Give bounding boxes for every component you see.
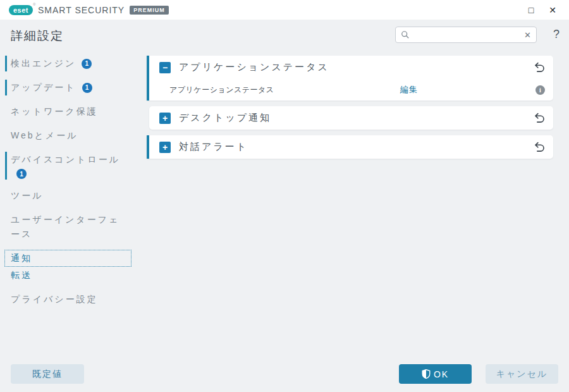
sidebar-item-update[interactable]: アップデート 1 — [5, 80, 131, 95]
page-title: 詳細設定 — [11, 28, 64, 44]
setting-label: アプリケーションステータス — [169, 85, 400, 95]
sidebar-item-tools[interactable]: ツール — [5, 188, 131, 204]
settings-sidebar: 検出エンジン 1 アップデート 1 ネットワーク保護 Webとメール デバイスコ… — [0, 56, 131, 364]
titlebar[interactable]: eset ® SMART SECURITY PREMIUM □ ✕ — [0, 0, 569, 20]
close-button[interactable]: ✕ — [544, 3, 561, 18]
edit-link[interactable]: 編集 — [400, 84, 418, 95]
sidebar-item-web-and-email[interactable]: Webとメール — [5, 128, 131, 144]
attention-badge: 1 — [82, 83, 92, 93]
sidebar-item-network-protection[interactable]: ネットワーク保護 — [5, 104, 131, 119]
settings-body: 検出エンジン 1 アップデート 1 ネットワーク保護 Webとメール デバイスコ… — [0, 52, 569, 364]
ok-button[interactable]: OK — [399, 364, 472, 384]
section-desktop-notifications: + デスクトップ通知 — [149, 106, 553, 130]
section-header-desktop-notifications[interactable]: + デスクトップ通知 — [149, 106, 553, 130]
section-title: デスクトップ通知 — [179, 112, 271, 124]
eset-logo-text: eset — [13, 6, 28, 14]
sidebar-item-notifications[interactable]: 通知 — [5, 250, 131, 266]
expand-icon[interactable]: + — [159, 113, 171, 124]
section-interactive-alerts: + 対話アラート — [147, 135, 553, 159]
revert-to-default-button[interactable] — [534, 62, 545, 73]
settings-panel: − アプリケーションステータス アプリケーションステータス 編集 i — [147, 56, 553, 364]
premium-badge: PREMIUM — [130, 6, 169, 15]
footer: 既定値 OK キャンセル — [0, 364, 569, 392]
section-header-interactive-alerts[interactable]: + 対話アラート — [149, 135, 553, 159]
maximize-button[interactable]: □ — [522, 3, 540, 18]
section-title: アプリケーションステータス — [179, 61, 329, 73]
defaults-button[interactable]: 既定値 — [11, 364, 84, 384]
revert-to-default-button[interactable] — [534, 113, 545, 123]
revert-icon — [534, 62, 545, 73]
revert-to-default-button[interactable] — [534, 142, 545, 152]
section-header-application-statuses[interactable]: − アプリケーションステータス — [149, 56, 553, 79]
window-controls: □ ✕ — [522, 3, 561, 18]
registered-mark: ® — [33, 3, 36, 6]
setting-row-application-statuses: アプリケーションステータス 編集 i — [149, 79, 553, 101]
shield-icon — [422, 369, 431, 379]
product-name: SMART SECURITY — [38, 5, 125, 15]
eset-settings-window: eset ® SMART SECURITY PREMIUM □ ✕ 詳細設定 ✕… — [0, 0, 569, 392]
attention-badge: 1 — [82, 59, 92, 69]
search-input[interactable] — [413, 30, 520, 40]
cancel-button[interactable]: キャンセル — [486, 364, 558, 384]
sidebar-item-privacy-settings[interactable]: プライバシー設定 — [5, 291, 131, 307]
footer-actions: OK キャンセル — [399, 364, 558, 384]
clear-search-icon[interactable]: ✕ — [524, 30, 531, 40]
sidebar-item-detection-engine[interactable]: 検出エンジン 1 — [5, 56, 131, 71]
revert-icon — [534, 113, 545, 123]
search-icon — [401, 30, 410, 39]
section-title: 対話アラート — [179, 141, 248, 153]
ok-label: OK — [434, 369, 449, 379]
sidebar-item-device-control[interactable]: デバイスコントロール 1 — [5, 152, 131, 180]
section-application-statuses: − アプリケーションステータス アプリケーションステータス 編集 i — [147, 56, 553, 101]
info-icon[interactable]: i — [535, 85, 545, 95]
eset-logo-icon: eset ® — [9, 5, 33, 15]
sidebar-item-user-interface[interactable]: ユーザーインターフェース — [5, 212, 131, 242]
revert-icon — [534, 142, 545, 152]
sidebar-item-forwarding[interactable]: 転送 — [5, 267, 131, 283]
attention-badge: 1 — [16, 169, 27, 179]
search-box[interactable]: ✕ — [395, 27, 537, 43]
expand-icon[interactable]: + — [159, 142, 171, 153]
help-button[interactable]: ? — [553, 28, 560, 41]
collapse-icon[interactable]: − — [159, 62, 171, 73]
page-header: 詳細設定 ✕ ? — [0, 20, 569, 52]
brand: eset ® SMART SECURITY PREMIUM — [9, 5, 169, 15]
